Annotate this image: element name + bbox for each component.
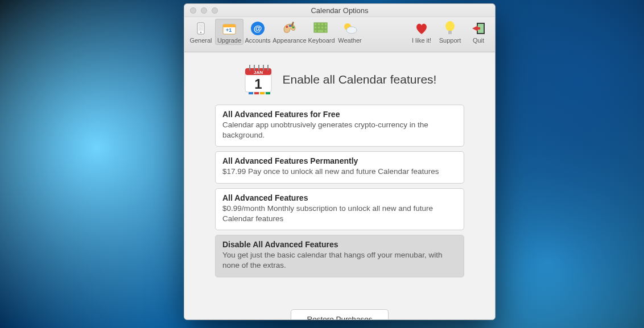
option-title: Disable All Advanced Features: [222, 240, 457, 249]
svg-point-24: [346, 27, 357, 34]
close-dot[interactable]: [190, 7, 196, 14]
svg-rect-19: [324, 26, 327, 29]
titlebar: Calendar Options: [184, 4, 495, 17]
svg-rect-21: [317, 30, 324, 32]
toolbar-left-group: General +1 Upgrade @ Accounts: [187, 19, 364, 45]
content-pane: JAN 1 Enable all Calendar features! All …: [184, 52, 495, 319]
calendar-icon: JAN 1: [243, 64, 274, 96]
svg-text:1: 1: [254, 76, 262, 92]
svg-rect-15: [324, 23, 327, 26]
tab-like-it[interactable]: I like it!: [407, 19, 436, 45]
tab-label: Support: [439, 37, 461, 44]
svg-rect-16: [314, 26, 317, 29]
minimize-dot[interactable]: [201, 7, 207, 14]
svg-rect-39: [254, 92, 259, 94]
svg-rect-38: [249, 92, 253, 94]
option-desc: $0.99/month Monthly subscription to unlo…: [222, 204, 457, 224]
svg-rect-41: [266, 92, 270, 94]
svg-rect-20: [314, 30, 317, 32]
svg-rect-26: [448, 31, 452, 34]
option-title: All Advanced Features: [222, 193, 457, 202]
hero-title: Enable all Calendar features!: [283, 73, 437, 86]
tab-accounts[interactable]: @ Accounts: [243, 19, 272, 45]
toolbar: General +1 Upgrade @ Accounts: [184, 17, 495, 52]
toolbar-right-group: I like it! Support Quit: [407, 19, 493, 45]
svg-rect-40: [260, 92, 265, 94]
tab-label: Weather: [338, 37, 361, 44]
svg-point-2: [200, 32, 202, 34]
svg-text:JAN: JAN: [254, 70, 263, 75]
tab-keyboard[interactable]: Keyboard: [307, 19, 336, 45]
svg-point-9: [289, 24, 291, 27]
option-title: All Advanced Features for Free: [222, 110, 457, 119]
svg-point-8: [286, 26, 288, 28]
upgrade-icon: +1: [221, 20, 237, 36]
accounts-icon: @: [250, 20, 266, 36]
tab-label: Accounts: [245, 37, 270, 44]
option-disable[interactable]: Disable All Advanced Features You get ju…: [215, 235, 464, 277]
tab-label: General: [189, 37, 212, 44]
option-monthly[interactable]: All Advanced Features $0.99/month Monthl…: [215, 188, 464, 230]
option-free[interactable]: All Advanced Features for Free Calendar …: [215, 105, 464, 147]
tab-general[interactable]: General: [187, 19, 215, 45]
svg-rect-1: [199, 24, 203, 31]
upgrade-options: All Advanced Features for Free Calendar …: [215, 105, 464, 277]
heart-icon: [414, 20, 430, 36]
svg-point-25: [445, 21, 455, 31]
window-title: Calendar Options: [184, 6, 495, 15]
svg-rect-13: [317, 23, 320, 26]
preferences-window: Calendar Options General +1 Upgrade: [184, 3, 496, 320]
tab-support[interactable]: Support: [436, 19, 464, 45]
tab-label: Appearance: [273, 37, 306, 44]
svg-rect-18: [321, 26, 324, 29]
svg-text:+1: +1: [226, 27, 232, 33]
svg-rect-14: [321, 23, 324, 26]
tab-label: Upgrade: [217, 37, 241, 44]
option-desc: You get just the basic calendar that han…: [222, 250, 457, 271]
tab-quit[interactable]: Quit: [464, 19, 493, 45]
weather-icon: [342, 20, 358, 36]
tab-appearance[interactable]: Appearance: [272, 19, 307, 45]
tab-label: Keyboard: [308, 37, 335, 44]
hero: JAN 1 Enable all Calendar features!: [243, 64, 437, 96]
restore-purchases-button[interactable]: Restore Purchases: [291, 309, 389, 319]
option-desc: Calendar app unobtrusively generates cry…: [222, 120, 457, 140]
svg-rect-12: [314, 23, 317, 26]
keyboard-icon: [313, 20, 329, 36]
desktop-wallpaper: Calendar Options General +1 Upgrade: [0, 0, 644, 328]
tab-label: Quit: [473, 37, 484, 44]
svg-point-10: [292, 26, 295, 28]
svg-rect-22: [324, 30, 327, 32]
tab-label: I like it!: [412, 37, 431, 44]
tab-weather[interactable]: Weather: [336, 19, 364, 45]
svg-text:@: @: [254, 23, 262, 33]
appearance-icon: [282, 20, 298, 36]
svg-rect-17: [317, 26, 320, 29]
option-permanent[interactable]: All Advanced Features Permanently $17.99…: [215, 151, 464, 183]
option-title: All Advanced Features Permanently: [222, 156, 457, 165]
quit-icon: [470, 20, 486, 36]
window-controls: [184, 7, 218, 14]
lightbulb-icon: [442, 20, 458, 36]
option-desc: $17.99 Pay once to unlock all new and fu…: [222, 167, 457, 177]
tab-upgrade[interactable]: +1 Upgrade: [215, 19, 243, 45]
general-icon: [193, 20, 209, 36]
zoom-dot[interactable]: [212, 7, 218, 14]
